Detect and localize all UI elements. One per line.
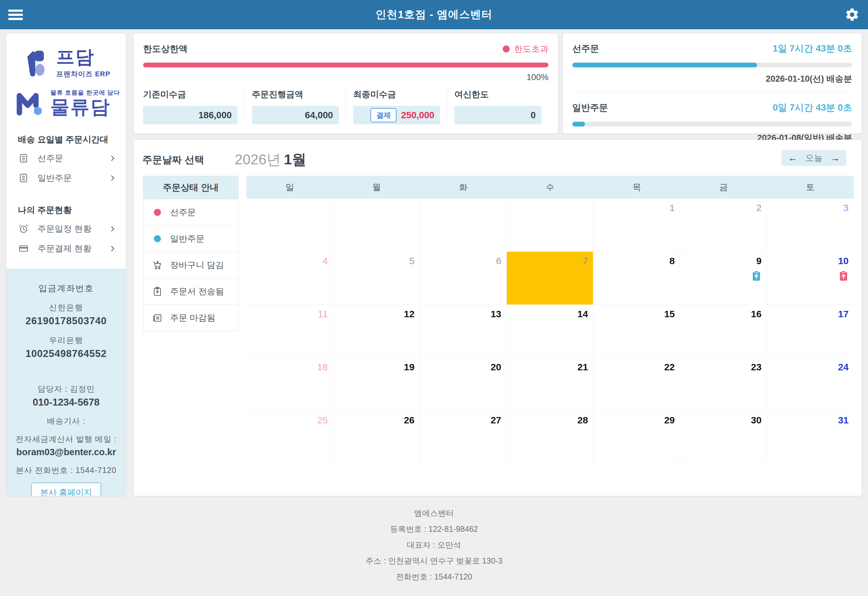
footer-reg-no: 등록번호 : 122-81-98462 [0, 524, 868, 534]
hq-homepage-button[interactable]: 본사 홈페이지 [31, 482, 101, 496]
calendar-day-3[interactable]: 3 [767, 199, 854, 252]
legend-item-preorder: 선주문 [143, 199, 238, 226]
mullyudam-logo-icon [12, 88, 46, 117]
manager-name: 담당자 : 김정민 [6, 384, 126, 394]
credit-card-icon [18, 243, 29, 254]
calendar-day-17[interactable]: 17 [767, 305, 854, 358]
calendar-day-13[interactable]: 13 [420, 305, 507, 358]
preorder-progress-fill [572, 63, 757, 67]
sidebar-item-label: 주문결제 현황 [37, 243, 92, 254]
calendar-day-6[interactable]: 6 [420, 252, 507, 305]
weekday-tue: 화 [420, 176, 507, 199]
weekday-sat: 토 [767, 176, 854, 199]
bank-name: 신한은행 [6, 302, 126, 313]
preorder-delivery-date: 2026-01-10(선) 배송분 [572, 73, 852, 84]
limit-progress-fill [143, 63, 548, 67]
calendar-day-20[interactable]: 20 [420, 358, 507, 411]
calendar-day-14[interactable]: 14 [507, 305, 593, 358]
footer-ceo: 대표자 : 오만석 [0, 540, 868, 550]
order-calendar-card: 주문날짜 선택 2026년1월 ← 오늘 → 주문상태 안내 선주문 일반주문 … [134, 140, 862, 496]
calendar-day-30[interactable]: 30 [680, 411, 767, 464]
calendar-day-empty [333, 199, 420, 252]
weekday-mon: 월 [333, 176, 420, 199]
field-final-receivable: 최종미수금 결제 250,000 [346, 89, 447, 124]
calendar-day-24[interactable]: 24 [767, 358, 854, 411]
weekday-wed: 수 [507, 176, 593, 199]
erp-logo-title: 프담 [56, 48, 110, 66]
limit-label: 한도상한액 [143, 43, 187, 55]
calendar-day-empty [507, 199, 593, 252]
calendar-day-15[interactable]: 15 [593, 305, 680, 358]
calendar-day-31[interactable]: 31 [767, 411, 854, 464]
footer-company: 엠에스벤터 [0, 508, 868, 518]
mail-closed-icon [152, 313, 162, 323]
calendar-day-16[interactable]: 16 [680, 305, 767, 358]
chevron-right-icon [109, 245, 117, 252]
sidebar-item-label: 일반주문 [37, 172, 72, 184]
driver-label: 배송기사 : [6, 416, 126, 426]
sidebar-item-order-schedule[interactable]: 주문일정 현황 [6, 219, 126, 239]
calendar-nav: ← 오늘 → [781, 150, 846, 166]
clipboard-up-icon [152, 286, 162, 297]
legend-item-normal-order: 일반주문 [143, 226, 238, 252]
page-title: 인천1호점 - 엠에스벤터 [0, 0, 868, 29]
calendar-day-25[interactable]: 25 [247, 411, 333, 464]
sidebar-item-normal-order[interactable]: 일반주문 [6, 168, 126, 188]
normal-order-label: 일반주문 [572, 102, 608, 114]
sidebar-item-preorder[interactable]: 선주문 [6, 149, 126, 168]
pay-button[interactable]: 결제 [371, 108, 397, 122]
footer-address: 주소 : 인천광역시 연수구 벚꽃로 130-3 [0, 556, 868, 566]
calendar-day-19[interactable]: 19 [333, 358, 420, 411]
preorder-countdown: 1일 7시간 43분 0초 [773, 42, 852, 55]
calendar-day-10[interactable]: 10 [767, 252, 854, 305]
calendar-day-4[interactable]: 4 [247, 252, 333, 305]
calendar-day-23[interactable]: 23 [680, 358, 767, 411]
limit-percent: 100% [143, 72, 548, 82]
calendar-day-28[interactable]: 28 [507, 411, 593, 464]
clipboard-up-icon [838, 270, 849, 282]
calendar-day-29[interactable]: 29 [593, 411, 680, 464]
prev-month-arrow-icon[interactable]: ← [788, 153, 797, 163]
cart-icon [152, 260, 162, 270]
erp-logo-icon [22, 47, 50, 80]
teal-dot-icon [152, 234, 162, 244]
calendar-day-21[interactable]: 21 [507, 358, 593, 411]
tax-mail-address: boram03@benter.co.kr [6, 447, 126, 457]
preorder-progress-track [572, 63, 852, 67]
calendar-day-9[interactable]: 9 [680, 252, 767, 305]
deposit-account-title: 입금계좌번호 [6, 283, 126, 294]
chevron-right-icon [109, 225, 117, 233]
calendar-day-18[interactable]: 18 [247, 358, 333, 411]
mullyudam-logo: 물류 흐름을 한곳에 담다 물류담 [6, 88, 126, 117]
calendar-day-7[interactable]: 7 [507, 252, 593, 305]
sidebar-item-label: 주문일정 현황 [37, 223, 92, 235]
next-month-arrow-icon[interactable]: → [831, 153, 840, 163]
calendar-day-8[interactable]: 8 [593, 252, 680, 305]
calendar-day-1[interactable]: 1 [593, 199, 680, 252]
deposit-account-panel: 입금계좌번호 신한은행 26190178503740 우리은행 10025498… [6, 268, 126, 496]
calendar-day-5[interactable]: 5 [333, 252, 420, 305]
erp-logo-subtitle: 프랜차이즈 ERP [56, 69, 110, 79]
normal-order-countdown: 0일 7시간 43분 0초 [773, 102, 852, 114]
legend-header: 주문상태 안내 [143, 176, 238, 199]
footer: 엠에스벤터 등록번호 : 122-81-98462 대표자 : 오만석 주소 :… [0, 508, 868, 596]
calendar-day-2[interactable]: 2 [680, 199, 767, 252]
gear-icon[interactable] [844, 7, 860, 22]
calendar-weekday-header: 일 월 화 수 목 금 토 [247, 176, 854, 199]
bank-account-number: 26190178503740 [6, 315, 126, 327]
limit-status-badge: 한도초과 [503, 43, 548, 55]
calendar-day-27[interactable]: 27 [420, 411, 507, 464]
hq-phone: 본사 전화번호 : 1544-7120 [6, 465, 126, 475]
calendar-day-22[interactable]: 22 [593, 358, 680, 411]
calendar-day-11[interactable]: 11 [247, 305, 333, 358]
field-value: 결제 250,000 [353, 106, 440, 124]
calendar-day-12[interactable]: 12 [333, 305, 420, 358]
today-button[interactable]: 오늘 [805, 152, 822, 164]
limit-status-text: 한도초과 [514, 43, 548, 55]
chevron-right-icon [109, 174, 117, 182]
order-deadline-card: 선주문 1일 7시간 43분 0초 2026-01-10(선) 배송분 일반주문… [563, 33, 862, 134]
red-dot-icon [503, 46, 510, 52]
legend-item-order-closed: 주문 마감됨 [143, 304, 238, 331]
sidebar-item-order-payment[interactable]: 주문결제 현황 [6, 239, 126, 258]
calendar-day-26[interactable]: 26 [333, 411, 420, 464]
